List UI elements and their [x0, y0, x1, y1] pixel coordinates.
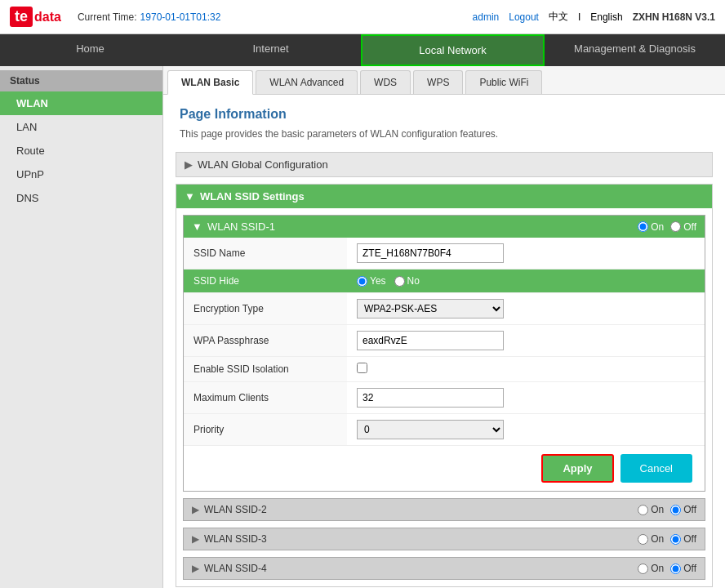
logo-te: te — [10, 7, 33, 27]
wlan-global-header[interactable]: ▶ WLAN Global Configuration — [176, 153, 712, 176]
ssid1-label: WLAN SSID-1 — [207, 220, 275, 233]
isolation-checkbox[interactable] — [357, 363, 367, 373]
wpa-row: WPA Passphrase — [184, 325, 705, 357]
ssid2-off-label: Off — [670, 504, 696, 515]
page-description: This page provides the basic parameters … — [180, 128, 709, 140]
ssid3-label: WLAN SSID-3 — [204, 533, 267, 545]
wpa-label: WPA Passphrase — [184, 325, 347, 357]
sidebar: Status WLAN LAN Route UPnP DNS — [0, 66, 163, 588]
sidebar-item-upnp[interactable]: UPnP — [0, 163, 162, 186]
ssid3-on-radio[interactable] — [638, 534, 648, 545]
priority-select[interactable]: 0 1 2 — [357, 420, 504, 439]
wlan-ssid-settings-section: ▼ WLAN SSID Settings ▼ WLAN SSID-1 On — [176, 184, 713, 587]
ssid3-section: ▶ WLAN SSID-3 On Off — [183, 528, 705, 550]
ssid-hide-radio-group: Yes No — [357, 275, 695, 287]
tab-wlan-basic[interactable]: WLAN Basic — [167, 70, 253, 95]
ssid2-on-radio[interactable] — [638, 505, 648, 515]
ssid-hide-value-cell: Yes No — [347, 270, 705, 293]
ssid-name-label: SSID Name — [184, 238, 347, 270]
encryption-value-cell: WPA2-PSK-AES WPA-PSK-TKIP None — [347, 293, 705, 325]
cancel-button[interactable]: Cancel — [620, 454, 692, 483]
ssid4-section: ▶ WLAN SSID-4 On Off — [183, 557, 705, 580]
device-name: ZXHN H168N V3.1 — [633, 11, 715, 23]
max-clients-value-cell — [347, 382, 705, 414]
ssid-name-value-cell — [347, 238, 705, 270]
nav-internet[interactable]: Internet — [180, 34, 361, 66]
ssid2-toggle: On Off — [638, 504, 696, 515]
wlan-ssid-settings-label: WLAN SSID Settings — [200, 190, 305, 203]
isolation-row: Enable SSID Isolation — [184, 357, 705, 382]
ssid3-toggle: On Off — [638, 533, 696, 545]
tab-wps[interactable]: WPS — [413, 70, 463, 94]
tabs: WLAN Basic WLAN Advanced WDS WPS Public … — [163, 66, 725, 95]
tab-wlan-advanced[interactable]: WLAN Advanced — [256, 70, 358, 94]
nav-local-network[interactable]: Local Network — [361, 34, 545, 66]
sidebar-item-lan[interactable]: LAN — [0, 115, 162, 139]
ssid4-on-radio[interactable] — [638, 564, 648, 574]
encryption-row: Encryption Type WPA2-PSK-AES WPA-PSK-TKI… — [184, 293, 705, 325]
ssid3-header[interactable]: ▶ WLAN SSID-3 On Off — [184, 528, 705, 550]
logout-link[interactable]: Logout — [509, 11, 539, 23]
content: Status WLAN LAN Route UPnP DNS WLAN Basi… — [0, 66, 725, 588]
tab-public-wifi[interactable]: Public WiFi — [465, 70, 542, 94]
nav: Home Internet Local Network Management &… — [0, 34, 725, 66]
ssid3-off-label: Off — [670, 533, 696, 545]
nav-management[interactable]: Management & Diagnosis — [545, 34, 725, 66]
lang-en[interactable]: English — [590, 11, 622, 23]
ssid-hide-yes-radio[interactable] — [357, 276, 367, 287]
ssid2-arrow: ▶ — [192, 504, 199, 515]
ssid1-off-radio[interactable] — [670, 221, 681, 232]
tab-wds[interactable]: WDS — [360, 70, 411, 94]
logo: te data — [10, 7, 61, 27]
wpa-value-cell — [347, 325, 705, 357]
ssid-hide-row: SSID Hide Yes No — [184, 270, 705, 293]
wlan-global-arrow: ▶ — [185, 158, 193, 171]
ssid3-off-radio[interactable] — [670, 534, 681, 545]
ssid1-form: SSID Name SSID Hide Yes — [184, 238, 705, 446]
wlan-ssid-settings-header[interactable]: ▼ WLAN SSID Settings — [176, 185, 712, 208]
ssid4-off-radio[interactable] — [670, 564, 681, 574]
page-info: Page Information This page provides the … — [163, 95, 725, 148]
wpa-input[interactable] — [357, 331, 504, 350]
sidebar-item-wlan[interactable]: WLAN — [0, 91, 162, 115]
ssid-name-row: SSID Name — [184, 238, 705, 270]
lang-sep: I — [578, 11, 580, 23]
ssid2-header[interactable]: ▶ WLAN SSID-2 On Off — [184, 499, 705, 520]
ssid4-arrow: ▶ — [192, 563, 199, 574]
page-title: Page Information — [180, 107, 709, 122]
ssid-hide-no-label: No — [394, 275, 420, 287]
apply-button[interactable]: Apply — [541, 454, 613, 483]
ssid1-section: ▼ WLAN SSID-1 On Off — [183, 215, 705, 492]
ssid4-on-label: On — [638, 563, 664, 574]
ssid3-on-label: On — [638, 533, 664, 545]
lang-cn[interactable]: 中文 — [549, 10, 568, 24]
ssid-hide-yes-label: Yes — [357, 275, 386, 287]
button-row: Apply Cancel — [184, 446, 705, 491]
ssid4-header[interactable]: ▶ WLAN SSID-4 On Off — [184, 558, 705, 579]
ssid-hide-no-radio[interactable] — [394, 276, 405, 287]
isolation-label: Enable SSID Isolation — [184, 357, 347, 382]
sidebar-item-route[interactable]: Route — [0, 139, 162, 163]
ssid4-label: WLAN SSID-4 — [204, 563, 267, 574]
ssid1-header[interactable]: ▼ WLAN SSID-1 On Off — [184, 216, 705, 238]
header: te data Current Time: 1970-01-01T01:32 a… — [0, 0, 725, 34]
max-clients-label: Maximum Clients — [184, 382, 347, 414]
ssid-name-input[interactable] — [357, 243, 504, 263]
header-right: admin Logout 中文 I English ZXHN H168N V3.… — [473, 10, 715, 24]
priority-row: Priority 0 1 2 — [184, 414, 705, 446]
sidebar-item-dns[interactable]: DNS — [0, 186, 162, 210]
ssid1-arrow: ▼ — [192, 220, 202, 233]
current-time-value: 1970-01-01T01:32 — [140, 11, 221, 23]
ssid1-on-radio[interactable] — [638, 221, 648, 232]
wlan-global-section: ▶ WLAN Global Configuration — [176, 152, 713, 177]
admin-link[interactable]: admin — [473, 11, 500, 23]
ssid1-on-label: On — [638, 221, 664, 233]
ssid3-arrow: ▶ — [192, 533, 199, 545]
max-clients-input[interactable] — [357, 388, 504, 408]
priority-label: Priority — [184, 414, 347, 446]
ssid2-section: ▶ WLAN SSID-2 On Off — [183, 498, 705, 521]
nav-home[interactable]: Home — [0, 34, 180, 66]
ssid2-off-radio[interactable] — [670, 505, 681, 515]
encryption-select[interactable]: WPA2-PSK-AES WPA-PSK-TKIP None — [357, 299, 504, 318]
isolation-value-cell — [347, 357, 705, 382]
